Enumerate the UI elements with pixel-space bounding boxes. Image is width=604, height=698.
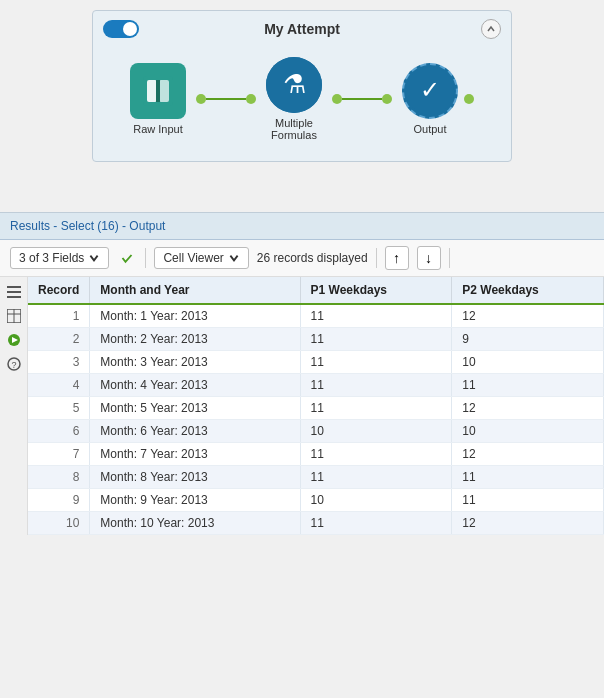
table-row: 7Month: 7 Year: 20131112 <box>28 443 604 466</box>
checkmark-icon <box>121 252 133 264</box>
cell-record: 1 <box>28 304 90 328</box>
sidebar-icon-help[interactable]: ? <box>5 355 23 373</box>
cell-month-year: Month: 4 Year: 2013 <box>90 374 300 397</box>
play-icon <box>7 333 21 347</box>
cell-p2-weekdays: 12 <box>452 397 604 420</box>
help-icon: ? <box>7 357 21 371</box>
col-header-month-year: Month and Year <box>90 277 300 304</box>
node-icon-output: ✓ <box>402 63 458 119</box>
node-label-output: Output <box>413 123 446 135</box>
results-section: Results - Select (16) - Output 3 of 3 Fi… <box>0 212 604 535</box>
checkmark-apply-button[interactable] <box>117 250 137 266</box>
cell-p2-weekdays: 12 <box>452 443 604 466</box>
svg-rect-3 <box>156 80 160 102</box>
output-right-dot <box>464 94 474 104</box>
table-row: 3Month: 3 Year: 20131110 <box>28 351 604 374</box>
cell-p2-weekdays: 9 <box>452 328 604 351</box>
node-label-raw-input: Raw Input <box>133 123 183 135</box>
cell-record: 9 <box>28 489 90 512</box>
table-row: 9Month: 9 Year: 20131011 <box>28 489 604 512</box>
cell-month-year: Month: 9 Year: 2013 <box>90 489 300 512</box>
sidebar-panel: ? <box>0 277 28 535</box>
cell-month-year: Month: 6 Year: 2013 <box>90 420 300 443</box>
cell-p2-weekdays: 10 <box>452 351 604 374</box>
cell-record: 3 <box>28 351 90 374</box>
cell-p2-weekdays: 11 <box>452 374 604 397</box>
svg-rect-2 <box>159 80 169 102</box>
connector-2 <box>332 94 392 104</box>
results-toolbar: 3 of 3 Fields Cell Viewer 26 records dis… <box>0 240 604 277</box>
sidebar-icon-list[interactable] <box>5 283 23 301</box>
formula-icon: ⚗ <box>266 57 322 113</box>
cell-record: 2 <box>28 328 90 351</box>
cell-p2-weekdays: 11 <box>452 466 604 489</box>
separator-2 <box>376 248 377 268</box>
workflow-toggle[interactable] <box>103 20 139 38</box>
fields-selector-label: 3 of 3 Fields <box>19 251 84 265</box>
table-row: 4Month: 4 Year: 20131111 <box>28 374 604 397</box>
node-output[interactable]: ✓ Output <box>402 63 458 135</box>
table-row: 1Month: 1 Year: 20131112 <box>28 304 604 328</box>
table-header-row: Record Month and Year P1 Weekdays P2 Wee… <box>28 277 604 304</box>
workflow-collapse-button[interactable] <box>481 19 501 39</box>
cell-p1-weekdays: 11 <box>300 328 452 351</box>
chevron-down-icon-2 <box>228 252 240 264</box>
cell-p1-weekdays: 11 <box>300 351 452 374</box>
cell-record: 7 <box>28 443 90 466</box>
cell-month-year: Month: 1 Year: 2013 <box>90 304 300 328</box>
cell-p1-weekdays: 11 <box>300 512 452 535</box>
workflow-title: My Attempt <box>264 21 340 37</box>
connector-line-2 <box>342 98 382 100</box>
connector-1 <box>196 94 256 104</box>
svg-rect-8 <box>7 286 21 288</box>
cell-record: 6 <box>28 420 90 443</box>
separator-3 <box>449 248 450 268</box>
node-icon-raw-input <box>130 63 186 119</box>
cell-p2-weekdays: 10 <box>452 420 604 443</box>
col-header-p2-weekdays: P2 Weekdays <box>452 277 604 304</box>
cell-p1-weekdays: 11 <box>300 466 452 489</box>
workflow-canvas: Raw Input ⚗ MultipleFormulas <box>103 47 501 151</box>
cell-p1-weekdays: 11 <box>300 374 452 397</box>
node-label-formulas: MultipleFormulas <box>271 117 317 141</box>
table-row: 2Month: 2 Year: 2013119 <box>28 328 604 351</box>
list-icon <box>7 285 21 299</box>
results-with-sidebar: ? Record Month and Year P1 Weekdays P2 W… <box>0 277 604 535</box>
records-count-label: 26 records displayed <box>257 251 368 265</box>
scroll-up-button[interactable]: ↑ <box>385 246 409 270</box>
svg-rect-1 <box>147 80 157 102</box>
node-icon-formula: ⚗ <box>266 57 322 113</box>
cell-p2-weekdays: 11 <box>452 489 604 512</box>
results-table-wrapper: Record Month and Year P1 Weekdays P2 Wee… <box>28 277 604 535</box>
svg-rect-10 <box>7 296 21 298</box>
cell-record: 4 <box>28 374 90 397</box>
col-header-p1-weekdays: P1 Weekdays <box>300 277 452 304</box>
svg-rect-9 <box>7 291 21 293</box>
connector-dot-right-1 <box>246 94 256 104</box>
cell-p1-weekdays: 10 <box>300 420 452 443</box>
connector-line-1 <box>206 98 246 100</box>
svg-text:?: ? <box>11 360 16 370</box>
table-icon <box>7 309 21 323</box>
cell-p1-weekdays: 11 <box>300 443 452 466</box>
sidebar-icon-green[interactable] <box>5 331 23 349</box>
cell-record: 8 <box>28 466 90 489</box>
cell-viewer-button[interactable]: Cell Viewer <box>154 247 248 269</box>
node-raw-input[interactable]: Raw Input <box>130 63 186 135</box>
cell-month-year: Month: 7 Year: 2013 <box>90 443 300 466</box>
workflow-panel: My Attempt Raw Input <box>92 10 512 162</box>
cell-p1-weekdays: 11 <box>300 397 452 420</box>
connector-dot-right-2 <box>382 94 392 104</box>
col-header-record: Record <box>28 277 90 304</box>
node-multiple-formulas[interactable]: ⚗ MultipleFormulas <box>266 57 322 141</box>
fields-selector-button[interactable]: 3 of 3 Fields <box>10 247 109 269</box>
table-row: 5Month: 5 Year: 20131112 <box>28 397 604 420</box>
connector-dot-2 <box>332 94 342 104</box>
cell-month-year: Month: 5 Year: 2013 <box>90 397 300 420</box>
sidebar-icon-table[interactable] <box>5 307 23 325</box>
workflow-header: My Attempt <box>103 21 501 37</box>
output-icon: ✓ <box>404 63 456 119</box>
scroll-down-button[interactable]: ↓ <box>417 246 441 270</box>
cell-p1-weekdays: 10 <box>300 489 452 512</box>
separator-1 <box>145 248 146 268</box>
